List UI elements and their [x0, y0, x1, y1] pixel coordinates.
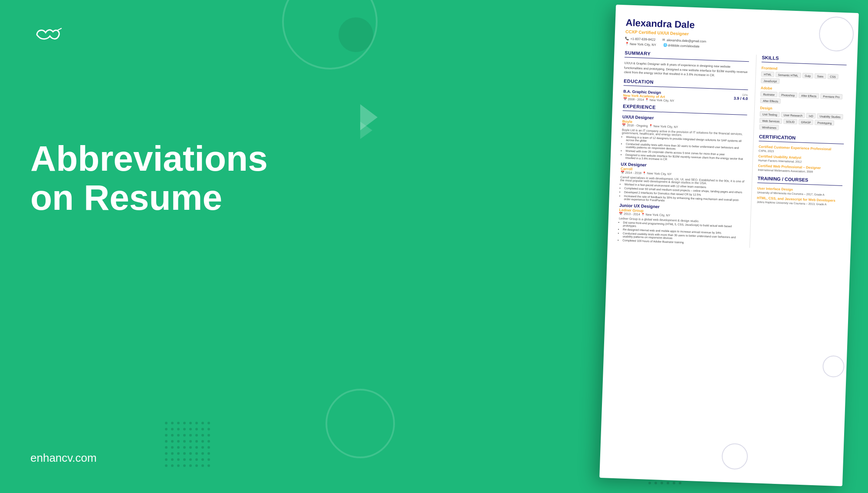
- skill-js: JavaScript: [761, 78, 779, 83]
- skill-illustrator: Illustrator: [760, 91, 777, 97]
- skill-premiere: Premiere Pro: [820, 93, 842, 99]
- location-icon: 📍: [625, 42, 629, 46]
- skills-tags-design: Unit Testing User Research IxD Usability…: [760, 111, 845, 132]
- arrow-decoration-2: [360, 122, 372, 139]
- resume-deco-circle-2: [822, 355, 845, 378]
- resume-right-column: SKILLS Frontend HTML Semantic HTML Gulp …: [750, 55, 847, 251]
- heading-line2: on Resume: [30, 178, 222, 217]
- cal-icon-3: 📅: [619, 212, 623, 215]
- phone-icon: 📞: [625, 36, 629, 40]
- heading-line1: Abbreviations: [30, 139, 268, 178]
- resume-body: SUMMARY UX/UI & Graphic Designer with 8 …: [618, 50, 847, 251]
- skills-heading: SKILLS: [762, 55, 847, 63]
- skill-html: HTML: [761, 71, 774, 77]
- logo: [30, 24, 65, 47]
- loc-icon-1: 📍: [649, 124, 653, 127]
- skill-web-services: Web Services: [760, 118, 782, 124]
- job-bullets-1: Working in a team of 12 designers to pro…: [621, 135, 746, 163]
- gpa-value: 3.9 / 4.0: [733, 96, 748, 101]
- calendar-icon: 📅: [623, 97, 627, 100]
- job-bullets-3: Did some front-end programming (HTML 5, …: [618, 221, 743, 246]
- skill-semantic-html: Semantic HTML: [775, 72, 801, 78]
- training-heading: TRAINING / COURSES: [757, 175, 842, 184]
- resume-location: 📍 New York City, NY: [625, 42, 656, 47]
- website-text: enhancv.com: [30, 451, 97, 464]
- website-url: enhancv.com: [30, 451, 97, 465]
- skill-grasp: GRASP: [799, 119, 814, 125]
- summary-heading: SUMMARY: [625, 50, 749, 60]
- bg-circle-medium-1: [339, 17, 373, 52]
- education-left: B.A. Graphic Design New York Academy of …: [623, 89, 674, 103]
- skill-unit-testing: Unit Testing: [760, 111, 780, 117]
- skill-prototyping: Prototyping: [815, 120, 834, 126]
- skill-user-research: User Research: [781, 112, 805, 118]
- skill-solid: SOLID: [783, 119, 797, 124]
- skill-ixd: IxD: [806, 113, 816, 119]
- skill-css: CSS: [827, 74, 838, 79]
- resume-card: Alexandra Dale CCXP Certified UX/UI Desi…: [599, 5, 859, 486]
- skills-tags-frontend: HTML Semantic HTML Gulp Sass CSS JavaScr…: [761, 71, 846, 86]
- experience-heading: EXPERIENCE: [623, 103, 747, 113]
- resume-email: ✉ alexandra.dale@gmail.com: [662, 38, 706, 43]
- skill-photoshop: Photoshop: [779, 92, 797, 98]
- resume-header: Alexandra Dale CCXP Certified UX/UI Desi…: [625, 17, 848, 53]
- education-block: B.A. Graphic Design New York Academy of …: [623, 89, 748, 105]
- location-icon-edu: 📍: [645, 98, 649, 101]
- dot-grid-bottom-left: const bld = document.currentScript.paren…: [165, 422, 210, 467]
- skill-sass: Sass: [815, 73, 826, 79]
- cal-icon-1: 📅: [622, 123, 626, 126]
- loc-icon-2: 📍: [642, 171, 646, 174]
- skill-wireframes: Wireframes: [760, 124, 779, 130]
- svg-line-0: [57, 28, 62, 30]
- gpa-block: GPA 3.9 / 4.0: [733, 93, 748, 105]
- job-bullets-2: Worked in a fast-paced environment with …: [619, 182, 744, 205]
- skill-after-effects-2: After Effects: [760, 98, 781, 104]
- main-title: Abbreviations on Resume: [30, 139, 268, 217]
- cert-heading: CERTIFICATION: [759, 134, 844, 142]
- education-heading: EDUCATION: [624, 78, 748, 88]
- skills-tags-adobe: Illustrator Photoshop After Effects Prem…: [760, 91, 846, 106]
- skill-after-effects-1: After Effects: [799, 93, 819, 99]
- skill-gulp: Gulp: [802, 73, 813, 79]
- resume-phone: 📞 +1-837-639-8422: [625, 36, 655, 41]
- resume-left-column: SUMMARY UX/UI & Graphic Designer with 8 …: [618, 50, 750, 247]
- resume-portfolio: 🌐 dribbble.com/alexdale: [663, 43, 700, 48]
- resume-deco-circle-3: [721, 443, 748, 470]
- email-icon: ✉: [662, 38, 665, 42]
- cal-icon-2: 📅: [621, 171, 625, 174]
- portfolio-icon: 🌐: [663, 43, 667, 47]
- loc-icon-3: 📍: [641, 212, 645, 215]
- skill-usability: Usability Studies: [817, 113, 843, 119]
- bg-circle-large-2: [326, 389, 395, 458]
- summary-text: UX/UI & Graphic Designer with 8 years of…: [624, 61, 749, 79]
